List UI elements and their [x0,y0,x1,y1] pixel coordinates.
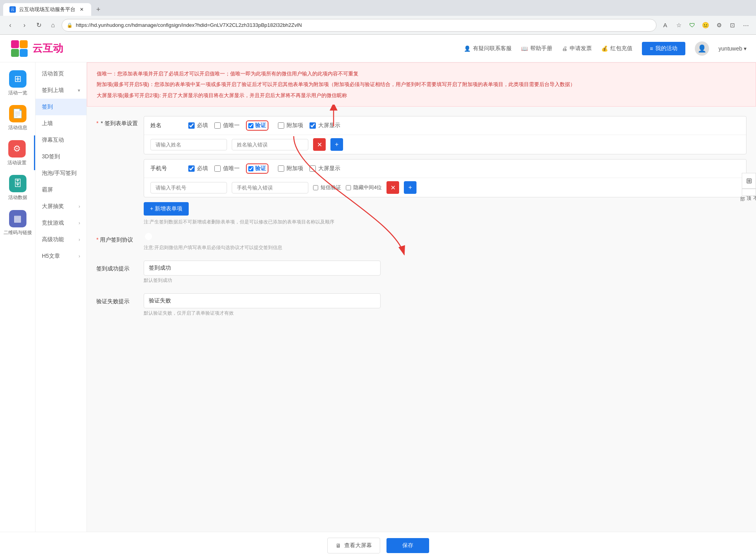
form-note: 注:产生签到数据后不可新增或者删除表单项，但是可以修改已添加的表单项目名称以及顺… [144,219,747,225]
recharge-icon: 💰 [601,45,608,52]
sidebar-label-activity-info: 活动信息 [8,125,27,130]
home-button[interactable]: ⌂ [47,20,58,31]
phone-placeholder-input[interactable] [150,182,227,193]
bigscreen-checkbox-phone[interactable] [310,165,316,172]
verify-checkbox-phone[interactable] [248,166,253,171]
user-name[interactable]: yuntuweb ▾ [718,45,747,52]
name-error-input[interactable] [232,139,308,150]
move-field-name-button[interactable]: + [330,138,343,151]
bookmark-icon[interactable]: ☆ [673,20,684,31]
refresh-button[interactable]: ↻ [33,20,44,31]
invoice-link[interactable]: 🖨 申请发票 [562,45,592,52]
customer-service-label: 有疑问联系客服 [473,45,512,52]
customer-service-link[interactable]: 👤 有疑问联系客服 [464,45,512,52]
save-button[interactable]: 保存 [386,538,429,553]
sidebar-item-activity-data[interactable]: 🗄 活动数据 [0,170,35,205]
sub-sidebar-item-h5[interactable]: H5文章 › [36,248,86,264]
sidebar-item-activity-list[interactable]: ⊞ 活动一览 [0,66,35,100]
hide-middle-label: 隐藏中间4位 [353,184,382,191]
field-sub-row-name: ✕ + [144,135,746,154]
sub-item-3d-label: 3D签到 [42,153,60,160]
my-activity-button[interactable]: ≡ 我的活动 [642,42,685,55]
sub-sidebar-item-lottery[interactable]: 大屏抽奖 › [36,198,86,215]
field-row-phone: 手机号 必填 值唯一 [144,159,746,178]
new-tab-button[interactable]: + [93,4,104,15]
user-agreement-section: * 用户签到协议 注意:开启则微信用户填写表单后必须勾选协议才可以提交签到信息 [96,235,747,251]
sub-sidebar-item-bullet[interactable]: 弹幕互动 [36,132,86,148]
move-field-phone-button[interactable]: + [404,181,416,194]
success-hint-label: 签到成功提示 [96,261,144,272]
unique-group-name: 值唯一 [214,122,240,129]
name-placeholder-input[interactable] [150,139,227,150]
sub-item-霸屏-label: 霸屏 [42,186,53,193]
sms-group: 短信验证 [313,184,341,191]
sub-sidebar-item-bubble[interactable]: 泡泡/手写签到 [36,165,86,182]
required-checkbox-phone[interactable] [188,165,195,172]
sidebar: ⊞ 活动一览 📄 活动信息 ⚙ 活动设置 🗄 活动数据 ▦ 二维码与链接 [0,62,36,532]
success-hint-section: 签到成功提示 默认签到成功 [96,261,747,284]
lottery-chevron-icon: › [79,204,80,209]
phone-error-input[interactable] [232,182,308,193]
verify-highlight-box-phone: 验证 [246,163,268,174]
back-button[interactable]: ‹ [5,20,16,31]
sub-sidebar-item-game[interactable]: 竞技游戏 › [36,215,86,231]
browser-toolbar: ‹ › ↻ ⌂ 🔒 A ☆ 🛡 😐 ⚙ ⊡ ⋯ [0,16,756,35]
user-agreement-label: * 用户签到协议 [96,235,144,244]
add-field-area: + 新增表单项 [144,202,747,216]
delete-field-name-button[interactable]: ✕ [313,138,326,151]
more-icon[interactable]: ⋯ [740,20,751,31]
success-hint-input[interactable] [144,261,381,276]
hide-middle-checkbox[interactable] [346,185,351,190]
bigscreen-label-phone: 大屏显示 [318,165,340,172]
required-group-phone: 必填 [188,165,208,172]
chevron-down-icon: ▾ [78,88,80,93]
sms-checkbox[interactable] [313,185,318,190]
bigscreen-checkbox-name[interactable] [310,122,316,129]
profile-icon[interactable]: 😐 [700,20,711,31]
addon-checkbox-name[interactable] [278,122,284,129]
verify-fail-fields: 默认验证失败，仅开启了表单验证项才有效 [144,293,747,317]
tab-close-icon[interactable]: ✕ [79,6,85,13]
sub-sidebar-item-checkin[interactable]: 签到 [36,99,86,115]
sub-item-bullet-label: 弹幕互动 [42,137,64,144]
bigscreen-group-phone: 大屏显示 [310,165,340,172]
sub-sidebar-item-advanced[interactable]: 高级功能 › [36,231,86,248]
sidebar-label-activity-data: 活动数据 [8,195,27,200]
view-screen-button[interactable]: 🖥 查看大屏幕 [327,538,380,553]
sidebar-toggle-icon[interactable]: ⊡ [727,20,738,31]
verify-checkbox-name[interactable] [248,123,253,128]
addon-checkbox-phone[interactable] [278,165,284,172]
sidebar-item-activity-settings[interactable]: ⚙ 活动设置 [0,135,35,170]
address-bar[interactable]: 🔒 [62,19,657,32]
extension-icon[interactable]: 🛡 [687,20,698,31]
url-input[interactable] [76,22,651,28]
tab-bar: 云 云互动现场互动服务平台 ✕ + [0,0,756,16]
svg-rect-2 [20,40,28,48]
sidebar-item-activity-info[interactable]: 📄 活动信息 [0,100,35,135]
sms-label: 短信验证 [321,184,341,191]
font-settings-icon[interactable]: A [660,20,671,31]
unique-checkbox-phone[interactable] [214,165,221,172]
sub-sidebar-item-wall[interactable]: 签到上墙 ▾ [36,82,86,99]
sidebar-item-qr-link[interactable]: ▦ 二维码与链接 [0,205,35,240]
verify-fail-section: 验证失败提示 默认验证失败，仅开启了表单验证项才有效 [96,293,747,317]
advanced-chevron-icon: › [79,237,80,242]
sub-sidebar-item-home[interactable]: 活动首页 [36,66,86,82]
recharge-link[interactable]: 💰 红包充值 [601,45,632,52]
unique-label-phone: 值唯一 [223,165,240,172]
main-content: ⊞ 活动一览 📄 活动信息 ⚙ 活动设置 🗄 活动数据 ▦ 二维码与链接 [0,62,756,532]
sub-sidebar-item-霸屏[interactable]: 霸屏 [36,182,86,198]
not-top-button[interactable]: 不顶部 [742,189,756,196]
sub-sidebar-item-3d[interactable]: 3D签到 [36,148,86,165]
add-field-button[interactable]: + 新增表单项 [144,202,189,216]
delete-field-phone-button[interactable]: ✕ [386,181,399,194]
forward-button[interactable]: › [19,20,30,31]
help-manual-link[interactable]: 📖 帮助手册 [521,45,552,52]
sub-sidebar-item-wall2[interactable]: 上墙 [36,115,86,132]
unique-checkbox-name[interactable] [214,122,221,129]
active-tab[interactable]: 云 云互动现场互动服务平台 ✕ [3,3,91,16]
layout-toggle-button[interactable]: ⊞ [742,173,756,189]
required-checkbox-name[interactable] [188,122,195,129]
settings-icon[interactable]: ⚙ [713,20,724,31]
verify-fail-input[interactable] [144,293,381,308]
